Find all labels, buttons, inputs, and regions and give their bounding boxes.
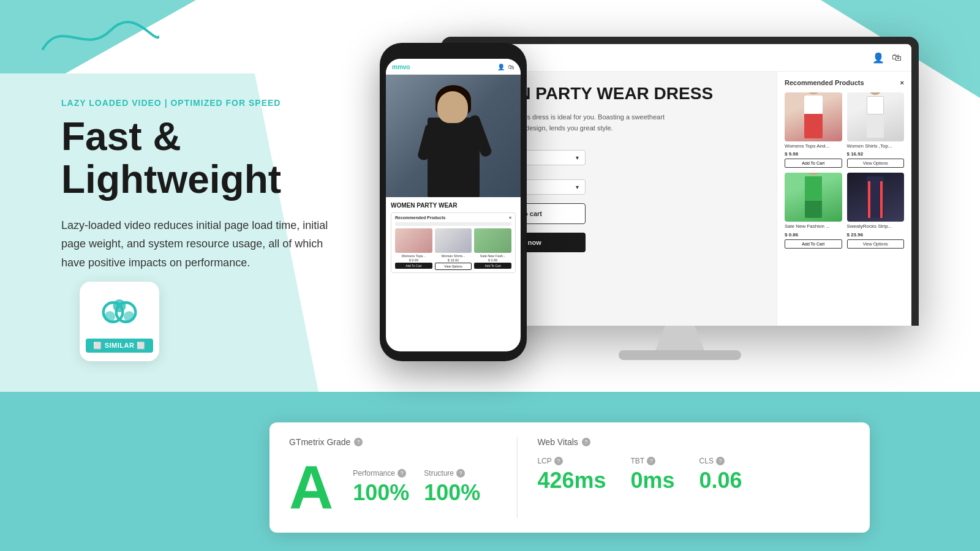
main-title: Fast & Lightweight [61,115,404,201]
product-image-3 [474,228,511,253]
left-content-area: LAZY LOADED VIDEO | OPTIMIZED FOR SPEED … [61,98,404,272]
product-image-1 [395,228,432,253]
web-vitals-section: Web Vitals ? LCP ? 426ms TBT ? 0ms CLS [518,437,850,518]
list-item: Woman Shirts... $ 16.92 View Options [435,228,472,270]
grade-letter: A [289,457,333,518]
chevron-down-icon-2: ▾ [576,184,579,190]
squiggle-decoration [37,12,159,61]
desktop-product-price-4: $ 23.96 [847,232,905,238]
logo-box: ⬜ SIMILAR ⬜ [80,282,159,361]
svg-point-4 [124,311,135,322]
desktop-bag-icon: 🛍 [892,52,902,64]
web-vitals-label: Web Vitals ? [537,437,850,447]
performance-label: Performance ? [353,469,409,478]
desktop-product-img-1 [785,92,842,141]
product-name-3: Sale New Fash... [474,254,511,258]
phone-product-section: WOMEN PARTY WEAR Recommended Products × … [386,197,521,351]
structure-label: Structure ? [424,469,480,478]
desktop-product-price-3: $ 0.86 [785,232,842,238]
performance-question-icon[interactable]: ? [398,469,406,478]
desktop-product-img-3 [785,173,842,222]
add-to-cart-btn-3[interactable]: Add To Cart [474,263,511,269]
list-item: Womens Tops And... $ 9.98 Add To Cart [785,92,842,168]
cls-label: CLS ? [699,457,742,465]
phone-notch [429,43,478,58]
description-text: Lazy-loaded video reduces initial page l… [61,216,331,272]
product-price-1: $ 9.99 [395,258,432,262]
chevron-down-icon: ▾ [576,154,579,161]
product-price-3: $ 0.86 [474,258,511,262]
web-vitals-question-icon[interactable]: ? [582,438,590,446]
similar-badge: ⬜ SIMILAR ⬜ [86,339,153,353]
phone-header: mmvo 👤 🛍 [386,59,521,75]
desktop-person-icon: 👤 [872,52,884,64]
desktop-product-img-2 [847,92,905,141]
structure-value: 100% [424,480,480,506]
desktop-sidebar: Recommended Products × [777,72,911,326]
gtmetrix-grade-label: GTmetrix Grade ? [289,437,497,447]
svg-point-3 [105,311,116,322]
web-vitals-row: LCP ? 426ms TBT ? 0ms CLS ? 0.06 [537,457,850,493]
desktop-product-name-3: Sale New Fashion ... [785,223,842,230]
tbt-metric: TBT ? 0ms [631,457,675,493]
cls-question-icon[interactable]: ? [716,457,725,465]
similar-badge-text: SIMILAR [105,342,135,349]
desktop-add-cart-btn-1[interactable]: Add To Cart [785,159,842,168]
cls-metric: CLS ? 0.06 [699,457,742,493]
similar-logo-icon [98,291,141,334]
gtmetrix-panel: GTmetrix Grade ? A Performance ? 100% St… [270,422,870,533]
desktop-rec-header: Recommended Products × [785,79,904,86]
list-item: SweatyRocks Strip... $ 23.96 View Option… [847,173,905,248]
performance-value: 100% [353,480,409,506]
phone-rec-header: Recommended Products × [395,216,511,220]
tbt-value: 0ms [631,468,675,493]
phone-screen: mmvo 👤 🛍 ‹ [386,59,521,351]
phone-rec-items: Womens Tops... $ 9.99 Add To Cart Woman … [395,228,511,270]
grade-question-icon[interactable]: ? [354,438,363,446]
view-options-btn-2[interactable]: View Options [435,263,472,270]
gtmetrix-grade-row: A Performance ? 100% Structure ? 100% [289,457,497,518]
rec-close[interactable]: × [509,216,511,220]
list-item: Sale New Fashion ... $ 0.86 Add To Cart [785,173,842,248]
desktop-view-options-btn-4[interactable]: View Options [847,239,905,249]
subtitle-label: LAZY LOADED VIDEO | OPTIMIZED FOR SPEED [61,98,404,108]
desktop-view-options-btn-2[interactable]: View Options [847,159,905,168]
product-price-2: $ 16.92 [435,258,472,262]
svg-point-2 [113,299,126,312]
grade-metrics: Performance ? 100% Structure ? 100% [353,469,480,506]
list-item: Women Shirts ,Top... $ 16.92 View Option… [847,92,905,168]
rec-title: Recommended Products [395,216,445,220]
tbt-question-icon[interactable]: ? [647,457,655,465]
desktop-rec-grid: Womens Tops And... $ 9.98 Add To Cart [785,92,904,249]
lcp-label: LCP ? [537,457,606,465]
lcp-metric: LCP ? 426ms [537,457,606,493]
desktop-product-img-4 [847,173,905,222]
phone-mockup: mmvo 👤 🛍 ‹ [380,43,527,361]
phone-hero-image: ‹ [386,75,521,197]
desktop-rec-close[interactable]: × [900,79,904,86]
phone-logo: mmvo [392,64,410,70]
phone-header-icons: 👤 🛍 [497,64,514,70]
performance-metric: Performance ? 100% [353,469,409,506]
list-item: Sale New Fash... $ 0.86 Add To Cart [474,228,511,270]
add-to-cart-btn-1[interactable]: Add To Cart [395,263,432,269]
desktop-product-name-1: Womens Tops And... [785,143,842,149]
phone-recommended-popup: Recommended Products × Womens Tops... $ … [391,212,516,273]
lcp-value: 426ms [537,468,606,493]
lcp-question-icon[interactable]: ? [554,457,563,465]
tbt-label: TBT ? [631,457,675,465]
structure-question-icon[interactable]: ? [456,469,465,478]
desktop-product-price-2: $ 16.92 [847,151,905,157]
product-name-2: Woman Shirts... [435,254,472,258]
product-image-2 [435,228,472,253]
desktop-product-name-4: SweatyRocks Strip... [847,223,905,230]
desktop-product-name-2: Women Shirts ,Top... [847,143,905,149]
desktop-add-cart-btn-3[interactable]: Add To Cart [785,239,842,249]
desktop-rec-title: Recommended Products [785,79,864,86]
desktop-neck [655,326,704,350]
gtmetrix-grade-section: GTmetrix Grade ? A Performance ? 100% St… [289,437,518,518]
logo-area: ⬜ SIMILAR ⬜ [80,282,159,361]
desktop-base [619,350,741,360]
list-item: Womens Tops... $ 9.99 Add To Cart [395,228,432,270]
desktop-product-price-1: $ 9.98 [785,151,842,157]
